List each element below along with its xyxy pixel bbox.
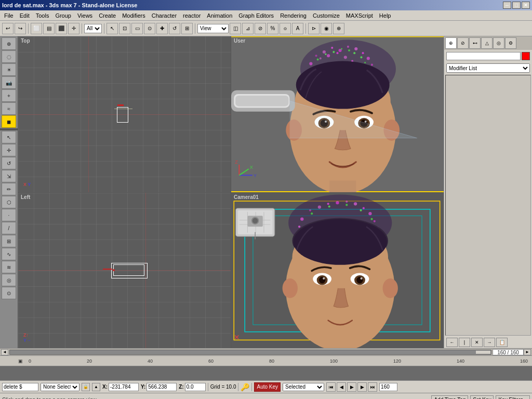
tool-polygon[interactable]: ⬡ (2, 196, 16, 208)
view-btn5[interactable]: ⌾ (280, 23, 291, 34)
minimize-button[interactable]: ─ (503, 2, 511, 9)
z-input[interactable] (185, 383, 206, 391)
panel-btn-1[interactable]: ← (446, 338, 458, 347)
select-region2-button[interactable]: ⊡ (119, 23, 130, 34)
undo-button[interactable]: ↩ (2, 23, 14, 34)
timeline-ruler[interactable]: ▣ 0 20 40 60 80 100 120 140 160 (0, 356, 532, 366)
y-input[interactable] (147, 383, 177, 391)
tool-paint[interactable]: ✏ (2, 183, 16, 195)
frame-input[interactable] (379, 383, 397, 391)
panel-btn-4[interactable]: → (484, 338, 495, 347)
maximize-button[interactable]: □ (512, 2, 521, 9)
tool-snap3[interactable]: ≋ (2, 261, 16, 273)
rpanel-tab-display[interactable]: ◎ (493, 37, 504, 49)
menu-customize[interactable]: Customize (310, 11, 343, 20)
tool-helpers[interactable]: + (2, 89, 16, 102)
viewport-top[interactable]: Top X Y (18, 36, 231, 192)
anim-play-btn[interactable]: ▶ (347, 382, 356, 392)
set-key-btn[interactable]: Set Key (470, 395, 494, 400)
rpanel-tab-create[interactable]: ⊕ (445, 37, 457, 49)
redo-button[interactable]: ↪ (15, 23, 26, 34)
scroll-right-btn[interactable]: ► (524, 349, 531, 355)
select-rect-button[interactable]: ▭ (131, 23, 143, 34)
tool-snap1[interactable]: ⊞ (2, 235, 16, 247)
tool-select[interactable]: ↖ (2, 131, 16, 143)
tool-lights[interactable]: ☀ (2, 63, 16, 76)
filter-dropdown[interactable]: All (84, 24, 102, 33)
select-region-button[interactable]: ⬛ (56, 23, 67, 34)
timeline-track[interactable] (0, 366, 532, 380)
tool-create[interactable]: ⊕ (2, 37, 16, 50)
menu-graph-editors[interactable]: Graph Editors (235, 11, 277, 20)
anim-prev-btn[interactable]: ◀ (337, 382, 346, 392)
selected-dropdown[interactable]: Selected (283, 383, 324, 391)
menu-help[interactable]: Help (376, 11, 394, 20)
viewport-camera[interactable]: Camera01 (231, 193, 444, 349)
select-arrow-button[interactable]: ↖ (107, 23, 118, 34)
rpanel-tab-motion[interactable]: △ (481, 37, 493, 49)
sel-up-btn[interactable]: ▲ (92, 383, 100, 391)
view-btn1[interactable]: ◫ (230, 23, 241, 34)
tool-cameras[interactable]: 📷 (2, 76, 16, 89)
panel-btn-3[interactable]: ✕ (471, 338, 483, 347)
view-btn6[interactable]: A (292, 23, 303, 34)
select-btn[interactable]: ✛ (68, 23, 79, 34)
menu-create[interactable]: Create (96, 11, 119, 20)
tool-rotate[interactable]: ↺ (2, 157, 16, 169)
x-input[interactable] (109, 383, 139, 391)
tool-systems[interactable]: ◼ (2, 115, 16, 128)
scroll-thumb[interactable] (475, 350, 491, 354)
panel-btn-2[interactable]: | (459, 338, 470, 347)
view-btn3[interactable]: ⊘ (255, 23, 266, 34)
menu-tools[interactable]: Tools (33, 11, 52, 20)
tool-shapes[interactable]: ◌ (2, 50, 16, 63)
modifier-list-dropdown[interactable]: Modifier List (446, 63, 530, 73)
select-by-name-button[interactable]: ▤ (43, 23, 55, 34)
menu-views[interactable]: Views (74, 11, 96, 20)
tool-render[interactable]: ⊙ (2, 287, 16, 299)
scroll-track[interactable] (9, 350, 491, 355)
move-button[interactable]: ✚ (156, 23, 168, 34)
render-btn1[interactable]: ⊳ (308, 23, 320, 34)
anim-start-btn[interactable]: ⏮ (326, 382, 336, 392)
rpanel-tab-modify[interactable]: ⊘ (457, 37, 469, 49)
viewport-user[interactable]: User (231, 36, 444, 192)
menu-group[interactable]: Group (52, 11, 74, 20)
rpanel-tab-hierarchy[interactable]: ⊷ (469, 37, 481, 49)
anim-next-btn[interactable]: ▶ (357, 382, 367, 392)
scale-button[interactable]: ↺ (169, 23, 180, 34)
key-filters-btn[interactable]: Key Filters... (496, 395, 530, 400)
tool-snap2[interactable]: ∿ (2, 248, 16, 260)
menu-modifiers[interactable]: Modifiers (119, 11, 149, 20)
color-picker[interactable] (522, 52, 530, 60)
panel-btn-5[interactable]: 📋 (496, 338, 508, 347)
rpanel-tab-utilities[interactable]: ⚙ (505, 37, 516, 49)
anim-end-btn[interactable]: ⏭ (368, 382, 377, 392)
select-object-button[interactable]: ⬜ (31, 23, 42, 34)
view-btn2[interactable]: ⊿ (242, 23, 254, 34)
snap-button[interactable]: ⊞ (181, 23, 193, 34)
view-dropdown[interactable]: View (197, 24, 229, 33)
menu-reactor[interactable]: reactor (180, 11, 204, 20)
menu-edit[interactable]: Edit (17, 11, 33, 20)
tool-vertex[interactable]: · (2, 209, 16, 221)
lock-btn[interactable]: 🔒 (82, 383, 90, 391)
render-btn3[interactable]: ⊕ (333, 23, 344, 34)
tool-material[interactable]: ◎ (2, 274, 16, 286)
rotate-button[interactable]: ⊙ (144, 23, 155, 34)
menu-rendering[interactable]: Rendering (277, 11, 310, 20)
menu-animation[interactable]: Animation (204, 11, 235, 20)
scroll-left-btn[interactable]: ◄ (1, 349, 8, 355)
tool-scale[interactable]: ⇲ (2, 170, 16, 182)
tool-spacewarp[interactable]: ≈ (2, 102, 16, 115)
auto-key-btn[interactable]: Auto Key (254, 382, 281, 392)
menu-maxscript[interactable]: MAXScript (343, 11, 376, 20)
render-btn2[interactable]: ◉ (321, 23, 332, 34)
menu-character[interactable]: Character (149, 11, 180, 20)
selection-filter[interactable]: None Selecte (41, 383, 79, 391)
modifier-search-input[interactable] (446, 52, 521, 60)
tool-edge[interactable]: / (2, 222, 16, 234)
tool-move[interactable]: ✛ (2, 144, 16, 156)
menu-file[interactable]: File (1, 11, 17, 20)
view-btn4[interactable]: % (267, 23, 278, 34)
